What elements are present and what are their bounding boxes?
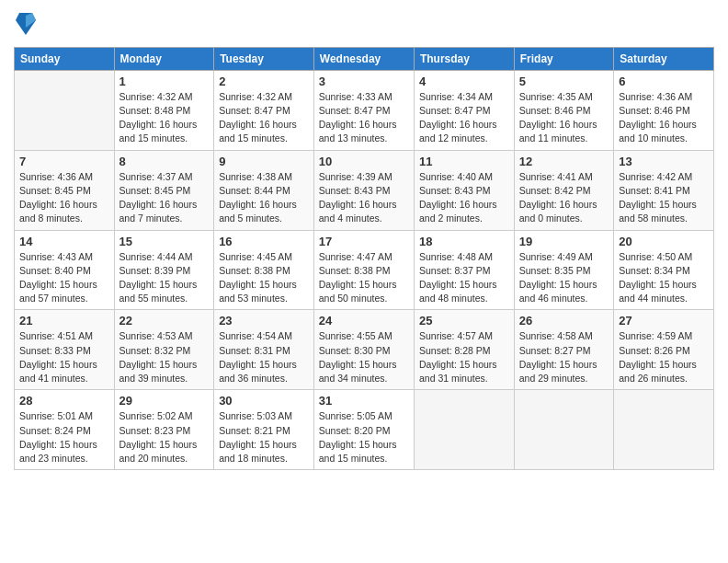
cell-content: Sunrise: 4:41 AM Sunset: 8:42 PM Dayligh… bbox=[519, 170, 609, 226]
calendar-cell: 17Sunrise: 4:47 AM Sunset: 8:38 PM Dayli… bbox=[313, 230, 414, 310]
calendar-cell: 14Sunrise: 4:43 AM Sunset: 8:40 PM Dayli… bbox=[15, 230, 115, 310]
day-number: 18 bbox=[419, 235, 509, 248]
calendar-cell bbox=[614, 390, 714, 470]
calendar-cell: 23Sunrise: 4:54 AM Sunset: 8:31 PM Dayli… bbox=[214, 310, 314, 390]
cell-content: Sunrise: 4:42 AM Sunset: 8:41 PM Dayligh… bbox=[619, 170, 709, 226]
cell-content: Sunrise: 4:48 AM Sunset: 8:37 PM Dayligh… bbox=[419, 250, 509, 306]
calendar-cell: 27Sunrise: 4:59 AM Sunset: 8:26 PM Dayli… bbox=[614, 310, 714, 390]
day-number: 29 bbox=[119, 394, 210, 408]
day-number: 12 bbox=[519, 155, 609, 168]
cell-content: Sunrise: 5:05 AM Sunset: 8:20 PM Dayligh… bbox=[319, 409, 409, 465]
calendar-cell: 4Sunrise: 4:34 AM Sunset: 8:47 PM Daylig… bbox=[414, 70, 514, 150]
day-number: 27 bbox=[619, 314, 709, 327]
calendar-cell: 11Sunrise: 4:40 AM Sunset: 8:43 PM Dayli… bbox=[414, 150, 514, 230]
logo-general bbox=[14, 15, 36, 41]
calendar-table: SundayMondayTuesdayWednesdayThursdayFrid… bbox=[14, 47, 714, 470]
day-number: 3 bbox=[319, 75, 409, 88]
day-number: 2 bbox=[219, 75, 309, 88]
calendar-cell: 20Sunrise: 4:50 AM Sunset: 8:34 PM Dayli… bbox=[614, 230, 714, 310]
cell-content: Sunrise: 4:47 AM Sunset: 8:38 PM Dayligh… bbox=[319, 250, 409, 306]
cell-content: Sunrise: 4:35 AM Sunset: 8:46 PM Dayligh… bbox=[519, 90, 609, 146]
cell-content: Sunrise: 4:45 AM Sunset: 8:38 PM Dayligh… bbox=[219, 250, 309, 306]
cell-content: Sunrise: 4:36 AM Sunset: 8:45 PM Dayligh… bbox=[19, 170, 109, 226]
calendar-cell: 18Sunrise: 4:48 AM Sunset: 8:37 PM Dayli… bbox=[414, 230, 514, 310]
day-number: 4 bbox=[419, 75, 509, 88]
calendar-cell bbox=[514, 390, 613, 470]
cell-content: Sunrise: 5:01 AM Sunset: 8:24 PM Dayligh… bbox=[19, 409, 109, 465]
calendar-cell: 24Sunrise: 4:55 AM Sunset: 8:30 PM Dayli… bbox=[313, 310, 414, 390]
day-number: 23 bbox=[219, 314, 309, 327]
column-header-monday: Monday bbox=[114, 47, 214, 70]
day-number: 6 bbox=[619, 75, 709, 88]
cell-content: Sunrise: 4:39 AM Sunset: 8:43 PM Dayligh… bbox=[319, 170, 409, 226]
column-header-wednesday: Wednesday bbox=[313, 47, 414, 70]
day-number: 8 bbox=[119, 155, 210, 168]
cell-content: Sunrise: 4:49 AM Sunset: 8:35 PM Dayligh… bbox=[519, 250, 609, 306]
day-number: 14 bbox=[19, 235, 109, 248]
calendar-cell bbox=[15, 70, 115, 150]
calendar-cell: 2Sunrise: 4:32 AM Sunset: 8:47 PM Daylig… bbox=[214, 70, 314, 150]
day-number: 20 bbox=[619, 235, 709, 248]
day-number: 7 bbox=[19, 155, 109, 168]
day-number: 10 bbox=[319, 155, 409, 168]
column-header-thursday: Thursday bbox=[414, 47, 514, 70]
cell-content: Sunrise: 4:36 AM Sunset: 8:46 PM Dayligh… bbox=[619, 90, 709, 146]
column-header-sunday: Sunday bbox=[15, 47, 115, 70]
day-number: 22 bbox=[119, 314, 210, 327]
cell-content: Sunrise: 4:50 AM Sunset: 8:34 PM Dayligh… bbox=[619, 250, 709, 306]
day-number: 5 bbox=[519, 75, 609, 88]
cell-content: Sunrise: 4:32 AM Sunset: 8:48 PM Dayligh… bbox=[119, 90, 210, 146]
day-number: 25 bbox=[419, 314, 509, 327]
logo bbox=[14, 15, 36, 41]
cell-content: Sunrise: 4:40 AM Sunset: 8:43 PM Dayligh… bbox=[419, 170, 509, 226]
day-number: 15 bbox=[119, 235, 210, 248]
calendar-cell: 13Sunrise: 4:42 AM Sunset: 8:41 PM Dayli… bbox=[614, 150, 714, 230]
calendar-cell: 19Sunrise: 4:49 AM Sunset: 8:35 PM Dayli… bbox=[514, 230, 613, 310]
calendar-cell: 28Sunrise: 5:01 AM Sunset: 8:24 PM Dayli… bbox=[15, 390, 115, 470]
cell-content: Sunrise: 4:54 AM Sunset: 8:31 PM Dayligh… bbox=[219, 329, 309, 385]
cell-content: Sunrise: 4:59 AM Sunset: 8:26 PM Dayligh… bbox=[619, 329, 709, 385]
calendar-cell: 15Sunrise: 4:44 AM Sunset: 8:39 PM Dayli… bbox=[114, 230, 214, 310]
calendar-cell bbox=[414, 390, 514, 470]
calendar-cell: 6Sunrise: 4:36 AM Sunset: 8:46 PM Daylig… bbox=[614, 70, 714, 150]
day-number: 1 bbox=[119, 75, 210, 88]
calendar-cell: 3Sunrise: 4:33 AM Sunset: 8:47 PM Daylig… bbox=[313, 70, 414, 150]
calendar-week-row: 28Sunrise: 5:01 AM Sunset: 8:24 PM Dayli… bbox=[15, 390, 714, 470]
calendar-cell: 29Sunrise: 5:02 AM Sunset: 8:23 PM Dayli… bbox=[114, 390, 214, 470]
cell-content: Sunrise: 4:58 AM Sunset: 8:27 PM Dayligh… bbox=[519, 329, 609, 385]
day-number: 11 bbox=[419, 155, 509, 168]
calendar-week-row: 21Sunrise: 4:51 AM Sunset: 8:33 PM Dayli… bbox=[15, 310, 714, 390]
cell-content: Sunrise: 4:44 AM Sunset: 8:39 PM Dayligh… bbox=[119, 250, 210, 306]
calendar-cell: 10Sunrise: 4:39 AM Sunset: 8:43 PM Dayli… bbox=[313, 150, 414, 230]
cell-content: Sunrise: 4:34 AM Sunset: 8:47 PM Dayligh… bbox=[419, 90, 509, 146]
logo-icon bbox=[16, 11, 36, 37]
cell-content: Sunrise: 4:55 AM Sunset: 8:30 PM Dayligh… bbox=[319, 329, 409, 385]
day-number: 24 bbox=[319, 314, 409, 327]
cell-content: Sunrise: 4:43 AM Sunset: 8:40 PM Dayligh… bbox=[19, 250, 109, 306]
cell-content: Sunrise: 4:37 AM Sunset: 8:45 PM Dayligh… bbox=[119, 170, 210, 226]
calendar-cell: 9Sunrise: 4:38 AM Sunset: 8:44 PM Daylig… bbox=[214, 150, 314, 230]
calendar-cell: 1Sunrise: 4:32 AM Sunset: 8:48 PM Daylig… bbox=[114, 70, 214, 150]
calendar-cell: 7Sunrise: 4:36 AM Sunset: 8:45 PM Daylig… bbox=[15, 150, 115, 230]
calendar-cell: 30Sunrise: 5:03 AM Sunset: 8:21 PM Dayli… bbox=[214, 390, 314, 470]
calendar-week-row: 14Sunrise: 4:43 AM Sunset: 8:40 PM Dayli… bbox=[15, 230, 714, 310]
cell-content: Sunrise: 4:51 AM Sunset: 8:33 PM Dayligh… bbox=[19, 329, 109, 385]
calendar-week-row: 1Sunrise: 4:32 AM Sunset: 8:48 PM Daylig… bbox=[15, 70, 714, 150]
day-number: 30 bbox=[219, 394, 309, 408]
calendar-header: SundayMondayTuesdayWednesdayThursdayFrid… bbox=[15, 47, 714, 70]
calendar-body: 1Sunrise: 4:32 AM Sunset: 8:48 PM Daylig… bbox=[15, 70, 714, 469]
day-number: 17 bbox=[319, 235, 409, 248]
column-header-friday: Friday bbox=[514, 47, 613, 70]
day-number: 28 bbox=[19, 394, 109, 408]
calendar-cell: 22Sunrise: 4:53 AM Sunset: 8:32 PM Dayli… bbox=[114, 310, 214, 390]
day-number: 19 bbox=[519, 235, 609, 248]
calendar-cell: 31Sunrise: 5:05 AM Sunset: 8:20 PM Dayli… bbox=[313, 390, 414, 470]
day-number: 13 bbox=[619, 155, 709, 168]
cell-content: Sunrise: 4:38 AM Sunset: 8:44 PM Dayligh… bbox=[219, 170, 309, 226]
calendar-cell: 21Sunrise: 4:51 AM Sunset: 8:33 PM Dayli… bbox=[15, 310, 115, 390]
day-number: 9 bbox=[219, 155, 309, 168]
calendar-cell: 5Sunrise: 4:35 AM Sunset: 8:46 PM Daylig… bbox=[514, 70, 613, 150]
calendar-cell: 26Sunrise: 4:58 AM Sunset: 8:27 PM Dayli… bbox=[514, 310, 613, 390]
column-header-tuesday: Tuesday bbox=[214, 47, 314, 70]
day-number: 16 bbox=[219, 235, 309, 248]
